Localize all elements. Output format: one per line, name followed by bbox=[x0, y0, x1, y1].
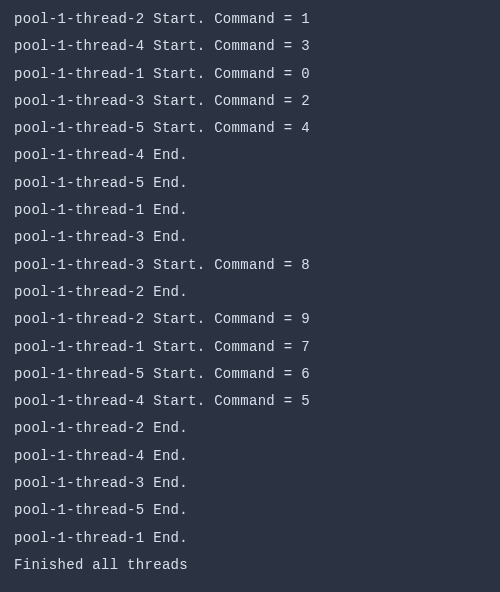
console-output: pool-1-thread-2 Start. Command = 1 pool-… bbox=[14, 6, 486, 579]
console-line: Finished all threads bbox=[14, 552, 486, 579]
console-line: pool-1-thread-4 Start. Command = 3 bbox=[14, 33, 486, 60]
console-line: pool-1-thread-2 Start. Command = 1 bbox=[14, 6, 486, 33]
console-line: pool-1-thread-1 End. bbox=[14, 197, 486, 224]
console-line: pool-1-thread-2 Start. Command = 9 bbox=[14, 306, 486, 333]
console-line: pool-1-thread-1 End. bbox=[14, 525, 486, 552]
console-line: pool-1-thread-1 Start. Command = 0 bbox=[14, 61, 486, 88]
console-line: pool-1-thread-2 End. bbox=[14, 279, 486, 306]
console-line: pool-1-thread-3 End. bbox=[14, 470, 486, 497]
console-line: pool-1-thread-4 Start. Command = 5 bbox=[14, 388, 486, 415]
console-line: pool-1-thread-5 Start. Command = 6 bbox=[14, 361, 486, 388]
console-line: pool-1-thread-5 Start. Command = 4 bbox=[14, 115, 486, 142]
console-line: pool-1-thread-5 End. bbox=[14, 170, 486, 197]
console-line: pool-1-thread-2 End. bbox=[14, 415, 486, 442]
console-line: pool-1-thread-4 End. bbox=[14, 443, 486, 470]
console-line: pool-1-thread-5 End. bbox=[14, 497, 486, 524]
console-line: pool-1-thread-4 End. bbox=[14, 142, 486, 169]
console-line: pool-1-thread-1 Start. Command = 7 bbox=[14, 334, 486, 361]
console-line: pool-1-thread-3 Start. Command = 2 bbox=[14, 88, 486, 115]
console-line: pool-1-thread-3 End. bbox=[14, 224, 486, 251]
console-line: pool-1-thread-3 Start. Command = 8 bbox=[14, 252, 486, 279]
